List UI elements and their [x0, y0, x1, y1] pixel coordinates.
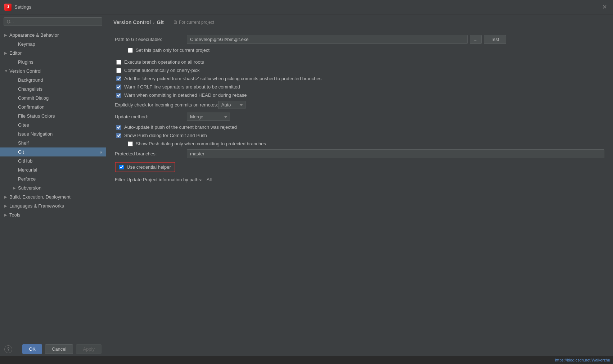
- sidebar-search-container: [0, 14, 106, 29]
- test-button[interactable]: Test: [484, 35, 506, 44]
- show-push-protected-label: Show Push dialog only when committing to…: [136, 141, 266, 146]
- footer-buttons: OK Cancel Apply: [22, 344, 102, 354]
- sidebar-item-git[interactable]: Git ⎘: [0, 147, 106, 156]
- sidebar-item-label: File Status Colors: [18, 113, 100, 119]
- help-button[interactable]: ?: [4, 345, 12, 353]
- apply-button[interactable]: Apply: [76, 344, 102, 354]
- sidebar-item-tools[interactable]: ▶ Tools: [0, 210, 106, 219]
- sidebar-item-perforce[interactable]: Perforce ⎘: [0, 174, 106, 183]
- expand-arrow: ▶: [4, 195, 9, 199]
- sidebar-item-label: Gitee: [18, 122, 100, 128]
- search-input[interactable]: [4, 17, 102, 26]
- show-push-protected-row: Show Push dialog only when committing to…: [115, 141, 604, 146]
- settings-window: J Settings ✕ ▶ Appearance & Behavior ⎘ K…: [0, 0, 613, 364]
- show-push-protected-checkbox[interactable]: [128, 141, 133, 146]
- sidebar-item-label: Mercurial: [18, 167, 100, 173]
- update-method-select[interactable]: Merge Rebase Branch Default: [187, 113, 230, 121]
- sidebar-item-languages[interactable]: ▶ Languages & Frameworks: [0, 201, 106, 210]
- main-panel: Version Control › Git 🖹 For current proj…: [106, 14, 613, 356]
- execute-branch-row: Execute branch operations on all roots: [115, 59, 604, 65]
- auto-update-label: Auto-update if push of the current branc…: [124, 124, 237, 130]
- commit-auto-row: Commit automatically on cherry-pick: [115, 68, 604, 73]
- sidebar-item-label: Perforce: [18, 176, 100, 182]
- git-path-input[interactable]: [187, 35, 468, 44]
- check-incoming-label: Explicitly check for incoming commits on…: [115, 102, 218, 108]
- sidebar-item-commit-dialog[interactable]: Commit Dialog ⎘: [0, 94, 106, 103]
- auto-update-checkbox[interactable]: [116, 125, 121, 130]
- breadcrumb-arrow: ›: [153, 20, 154, 25]
- protected-branches-input[interactable]: [187, 149, 604, 158]
- commit-auto-checkbox[interactable]: [116, 68, 121, 73]
- add-suffix-label: Add the 'cherry-picked from <hash>' suff…: [124, 76, 321, 81]
- commit-auto-label: Commit automatically on cherry-pick: [124, 68, 200, 73]
- execute-branch-label: Execute branch operations on all roots: [124, 59, 204, 65]
- credential-helper-box: Use credential helper: [115, 162, 175, 172]
- sidebar-item-plugins[interactable]: Plugins: [0, 58, 106, 67]
- set-path-only-checkbox[interactable]: [128, 48, 133, 53]
- check-incoming-select[interactable]: Auto Always Never: [218, 101, 245, 109]
- sidebar-item-shelf[interactable]: Shelf ⎘: [0, 138, 106, 147]
- project-label: For current project: [179, 20, 214, 25]
- show-push-label: Show Push dialog for Commit and Push: [124, 133, 207, 138]
- use-credential-checkbox[interactable]: [119, 165, 124, 169]
- status-bar-url[interactable]: https://blog.csdn.net/Walkerzhu: [555, 358, 610, 362]
- app-icon: J: [4, 4, 12, 11]
- sidebar-item-label: Tools: [9, 212, 102, 218]
- project-icon: 🖹: [173, 20, 177, 25]
- sidebar-item-mercurial[interactable]: Mercurial ⎘: [0, 165, 106, 174]
- sidebar-item-build-execution[interactable]: ▶ Build, Execution, Deployment: [0, 192, 106, 201]
- cancel-button[interactable]: Cancel: [45, 344, 73, 354]
- sidebar-item-label: Keymap: [18, 41, 102, 47]
- sidebar-item-confirmation[interactable]: Confirmation ⎘: [0, 103, 106, 112]
- sidebar-item-gitee[interactable]: Gitee ⎘: [0, 120, 106, 129]
- sidebar-item-version-control[interactable]: ▼ Version Control ⎘: [0, 67, 106, 76]
- sidebar-item-keymap[interactable]: Keymap: [0, 40, 106, 49]
- warn-detached-checkbox[interactable]: [116, 93, 121, 98]
- sidebar-item-issue-navigation[interactable]: Issue Navigation ⎘: [0, 129, 106, 138]
- sidebar-item-label: Commit Dialog: [18, 95, 100, 101]
- expand-arrow: ▼: [4, 69, 9, 73]
- close-button[interactable]: ✕: [600, 3, 609, 12]
- footer-left: ?: [4, 345, 12, 353]
- sidebar-item-label: Languages & Frameworks: [9, 203, 102, 209]
- show-push-checkbox[interactable]: [116, 133, 121, 138]
- sidebar-item-label: Editor: [9, 50, 102, 56]
- sidebar-item-label: GitHub: [18, 158, 100, 164]
- add-suffix-checkbox[interactable]: [116, 76, 121, 81]
- sidebar-item-changelists[interactable]: Changelists ⎘: [0, 85, 106, 94]
- sidebar-item-appearance[interactable]: ▶ Appearance & Behavior ⎘: [0, 31, 106, 40]
- sidebar-tree: ▶ Appearance & Behavior ⎘ Keymap ▶ Edito…: [0, 29, 106, 342]
- sidebar-item-label: Git: [18, 149, 100, 155]
- sidebar-item-label: Background: [18, 77, 100, 83]
- warn-crlf-row: Warn if CRLF line separators are about t…: [115, 84, 604, 90]
- expand-arrow: ▶: [4, 213, 9, 217]
- update-method-row: Update method: Merge Rebase Branch Defau…: [115, 113, 604, 121]
- sidebar-item-editor[interactable]: ▶ Editor: [0, 49, 106, 58]
- settings-body: Path to Git executable: ... Test Set thi…: [106, 29, 613, 356]
- ok-button[interactable]: OK: [22, 344, 42, 354]
- warn-crlf-checkbox[interactable]: [116, 85, 121, 90]
- warn-detached-label: Warn when committing in detached HEAD or…: [124, 92, 247, 98]
- browse-button[interactable]: ...: [470, 35, 482, 44]
- set-path-only-label: Set this path only for current project: [136, 47, 209, 53]
- sidebar-item-label: Shelf: [18, 140, 100, 146]
- expand-arrow: ▶: [4, 51, 9, 55]
- auto-update-row: Auto-update if push of the current branc…: [115, 124, 604, 130]
- project-indicator: 🖹 For current project: [173, 20, 214, 25]
- warn-crlf-label: Warn if CRLF line separators are about t…: [124, 84, 240, 90]
- filter-select[interactable]: All Current: [205, 176, 230, 183]
- filter-row: Filter Update Project information by pat…: [115, 176, 604, 183]
- sidebar-item-github[interactable]: GitHub ⎘: [0, 156, 106, 165]
- status-bar: https://blog.csdn.net/Walkerzhu: [0, 356, 613, 364]
- git-path-label: Path to Git executable:: [115, 37, 187, 42]
- sidebar-item-subversion[interactable]: ▶ Subversion ⎘: [0, 183, 106, 192]
- update-method-label: Update method:: [115, 114, 187, 119]
- breadcrumb-version-control: Version Control: [113, 19, 151, 25]
- warn-detached-row: Warn when committing in detached HEAD or…: [115, 92, 604, 98]
- sidebar: ▶ Appearance & Behavior ⎘ Keymap ▶ Edito…: [0, 14, 106, 356]
- sidebar-item-file-status-colors[interactable]: File Status Colors ⎘: [0, 112, 106, 120]
- sidebar-item-background[interactable]: Background ⎘: [0, 76, 106, 85]
- execute-branch-checkbox[interactable]: [116, 60, 121, 65]
- sidebar-item-label: Appearance & Behavior: [9, 32, 100, 38]
- sidebar-item-label: Plugins: [18, 59, 102, 65]
